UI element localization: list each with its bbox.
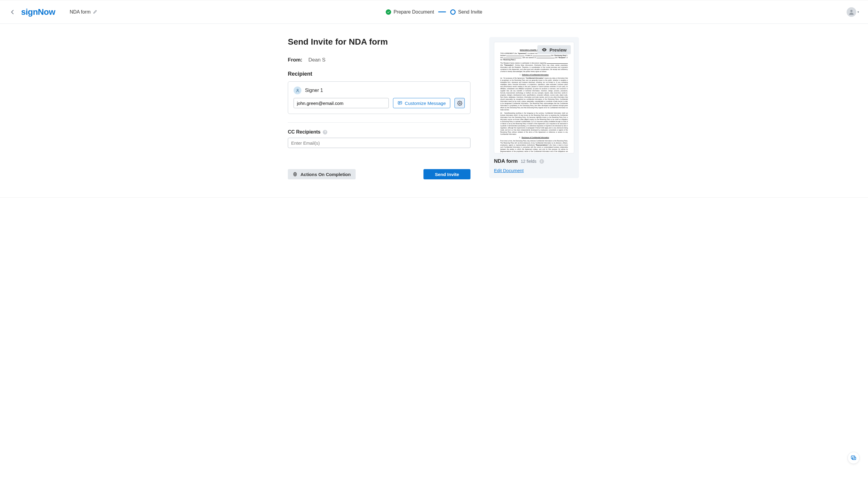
document-thumbnail: Preview NON-DISCLOSURE AGREEMENT THIS AG… xyxy=(494,42,574,153)
document-name[interactable]: NDA form xyxy=(70,9,97,15)
person-circle-icon xyxy=(293,87,301,94)
step-prepare-document[interactable]: Prepare Document xyxy=(386,9,434,15)
svg-point-0 xyxy=(850,10,852,12)
divider xyxy=(288,122,470,123)
actions-on-completion-label: Actions On Completion xyxy=(301,172,351,177)
message-icon xyxy=(398,101,402,105)
app-logo: signNow xyxy=(21,7,55,17)
signer-role: Signer 1 xyxy=(305,88,323,93)
signer-settings-button[interactable] xyxy=(455,98,465,108)
circle-outline-icon xyxy=(450,9,456,15)
caret-down-icon: ▾ xyxy=(858,10,859,13)
document-fields-count: 12 fields xyxy=(521,159,536,164)
preview-panel: Preview NON-DISCLOSURE AGREEMENT THIS AG… xyxy=(489,37,579,178)
document-meta-name: NDA form xyxy=(494,158,518,164)
step-label: Send Invite xyxy=(458,9,482,15)
gear-icon xyxy=(457,101,462,106)
user-menu[interactable]: ▾ xyxy=(846,7,859,17)
customize-message-label: Customize Message xyxy=(405,101,446,106)
person-icon xyxy=(848,9,855,16)
from-name: Dean S xyxy=(308,57,326,63)
document-name-text: NDA form xyxy=(70,9,90,15)
pencil-icon xyxy=(93,10,97,14)
preview-button-label: Preview xyxy=(550,47,567,53)
step-connector xyxy=(438,11,446,12)
send-invite-label: Send Invite xyxy=(435,172,459,177)
document-thumbnail-content: NON-DISCLOSURE AGREEMENT THIS AGREEMENT … xyxy=(494,42,574,153)
chevron-left-icon xyxy=(11,10,14,14)
step-label: Prepare Document xyxy=(394,9,434,15)
svg-point-3 xyxy=(459,102,460,104)
cc-recipients-input[interactable] xyxy=(288,138,470,148)
customize-message-button[interactable]: Customize Message xyxy=(393,98,450,108)
cc-recipients-label: CC Recipients xyxy=(288,129,320,135)
avatar xyxy=(846,7,856,17)
eye-icon xyxy=(541,47,547,53)
step-send-invite[interactable]: Send Invite xyxy=(450,9,482,15)
progress-steps: Prepare Document Send Invite xyxy=(386,9,482,15)
from-label: From: xyxy=(288,57,302,63)
preview-button[interactable]: Preview xyxy=(537,45,571,54)
info-icon[interactable]: i xyxy=(539,159,544,164)
back-button[interactable] xyxy=(9,9,16,16)
svg-point-4 xyxy=(294,174,296,175)
svg-rect-2 xyxy=(398,101,402,104)
edit-document-link[interactable]: Edit Document xyxy=(494,168,524,173)
send-invite-button[interactable]: Send Invite xyxy=(424,169,470,179)
main-form: Send Invite for NDA form From: Dean S Re… xyxy=(288,37,470,179)
signer-card: Signer 1 Customize Message xyxy=(288,81,470,114)
svg-point-5 xyxy=(544,50,545,50)
from-row: From: Dean S xyxy=(288,57,470,63)
actions-on-completion-button[interactable]: Actions On Completion xyxy=(288,169,355,179)
recipient-section-label: Recipient xyxy=(288,71,470,77)
svg-point-1 xyxy=(297,89,298,90)
check-circle-icon xyxy=(386,9,391,15)
page-title: Send Invite for NDA form xyxy=(288,37,470,47)
info-icon[interactable]: ? xyxy=(323,130,327,134)
top-header: signNow NDA form Prepare Document Send I… xyxy=(0,0,868,24)
gear-icon xyxy=(293,172,298,177)
signer-email-input[interactable] xyxy=(293,98,389,108)
